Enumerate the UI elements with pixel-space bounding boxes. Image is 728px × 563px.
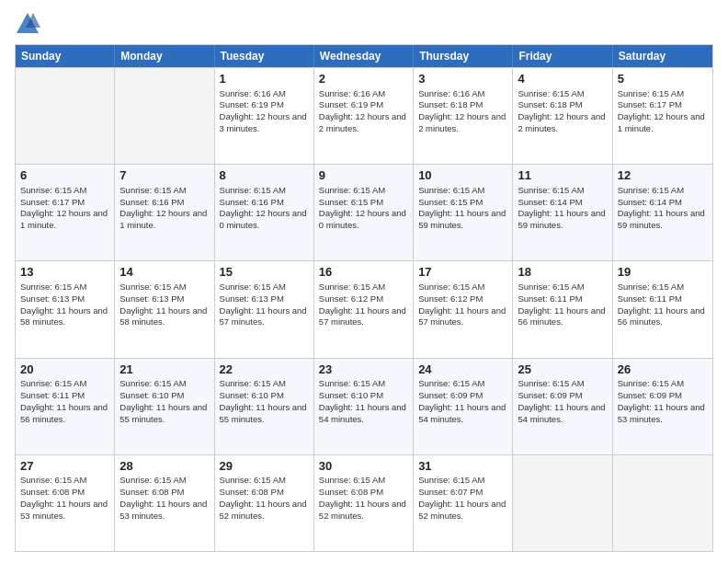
day-number: 29 (220, 458, 309, 475)
day-info: Sunrise: 6:15 AM Sunset: 6:16 PM Dayligh… (220, 185, 307, 230)
calendar-body: 1Sunrise: 6:16 AM Sunset: 6:19 PM Daylig… (16, 67, 712, 551)
day-info: Sunrise: 6:15 AM Sunset: 6:10 PM Dayligh… (220, 378, 307, 423)
day-of-week-friday: Friday (513, 45, 612, 67)
week-row-2: 6Sunrise: 6:15 AM Sunset: 6:17 PM Daylig… (16, 164, 712, 260)
day-number: 18 (518, 264, 607, 281)
day-cell-1: 1Sunrise: 6:16 AM Sunset: 6:19 PM Daylig… (215, 68, 314, 164)
empty-cell (513, 455, 612, 551)
day-number: 13 (20, 264, 109, 281)
empty-cell (16, 68, 115, 164)
day-number: 24 (418, 362, 507, 378)
logo (15, 11, 44, 37)
day-number: 3 (418, 71, 507, 87)
day-of-week-monday: Monday (115, 45, 214, 67)
day-info: Sunrise: 6:15 AM Sunset: 6:15 PM Dayligh… (319, 185, 406, 230)
day-info: Sunrise: 6:15 AM Sunset: 6:15 PM Dayligh… (418, 185, 506, 230)
day-of-week-sunday: Sunday (16, 45, 115, 67)
day-number: 9 (319, 167, 408, 184)
day-cell-3: 3Sunrise: 6:16 AM Sunset: 6:18 PM Daylig… (414, 68, 513, 164)
calendar-header: SundayMondayTuesdayWednesdayThursdayFrid… (16, 45, 712, 67)
day-number: 14 (119, 264, 209, 281)
day-info: Sunrise: 6:15 AM Sunset: 6:17 PM Dayligh… (20, 185, 108, 230)
calendar: SundayMondayTuesdayWednesdayThursdayFrid… (15, 44, 713, 552)
day-info: Sunrise: 6:15 AM Sunset: 6:08 PM Dayligh… (20, 475, 108, 520)
day-cell-9: 9Sunrise: 6:15 AM Sunset: 6:15 PM Daylig… (314, 165, 414, 260)
day-cell-18: 18Sunrise: 6:15 AM Sunset: 6:11 PM Dayli… (513, 261, 612, 357)
day-number: 15 (220, 264, 309, 281)
day-number: 10 (418, 167, 507, 184)
day-cell-19: 19Sunrise: 6:15 AM Sunset: 6:11 PM Dayli… (613, 261, 712, 357)
day-cell-29: 29Sunrise: 6:15 AM Sunset: 6:08 PM Dayli… (215, 455, 314, 551)
day-cell-23: 23Sunrise: 6:15 AM Sunset: 6:10 PM Dayli… (314, 359, 414, 454)
page: SundayMondayTuesdayWednesdayThursdayFrid… (0, 0, 728, 563)
day-info: Sunrise: 6:15 AM Sunset: 6:10 PM Dayligh… (319, 378, 406, 423)
day-info: Sunrise: 6:15 AM Sunset: 6:17 PM Dayligh… (618, 88, 705, 133)
day-info: Sunrise: 6:15 AM Sunset: 6:12 PM Dayligh… (319, 282, 406, 327)
day-cell-8: 8Sunrise: 6:15 AM Sunset: 6:16 PM Daylig… (215, 165, 314, 260)
day-info: Sunrise: 6:15 AM Sunset: 6:13 PM Dayligh… (220, 282, 307, 327)
day-cell-5: 5Sunrise: 6:15 AM Sunset: 6:17 PM Daylig… (613, 68, 712, 164)
day-info: Sunrise: 6:15 AM Sunset: 6:07 PM Dayligh… (418, 475, 506, 520)
day-cell-26: 26Sunrise: 6:15 AM Sunset: 6:09 PM Dayli… (613, 359, 712, 454)
empty-cell (613, 455, 712, 551)
day-number: 12 (618, 167, 708, 184)
day-info: Sunrise: 6:15 AM Sunset: 6:08 PM Dayligh… (119, 475, 207, 520)
day-cell-4: 4Sunrise: 6:15 AM Sunset: 6:18 PM Daylig… (513, 68, 612, 164)
day-info: Sunrise: 6:15 AM Sunset: 6:08 PM Dayligh… (220, 475, 307, 520)
day-cell-6: 6Sunrise: 6:15 AM Sunset: 6:17 PM Daylig… (16, 165, 115, 260)
day-number: 20 (20, 362, 109, 378)
day-info: Sunrise: 6:15 AM Sunset: 6:16 PM Dayligh… (119, 185, 207, 230)
day-cell-24: 24Sunrise: 6:15 AM Sunset: 6:09 PM Dayli… (414, 359, 513, 454)
day-number: 25 (518, 362, 607, 378)
header (15, 11, 713, 37)
day-info: Sunrise: 6:15 AM Sunset: 6:11 PM Dayligh… (618, 282, 705, 327)
day-cell-12: 12Sunrise: 6:15 AM Sunset: 6:14 PM Dayli… (613, 165, 712, 260)
day-number: 16 (319, 264, 408, 281)
day-info: Sunrise: 6:16 AM Sunset: 6:19 PM Dayligh… (319, 88, 406, 133)
day-cell-20: 20Sunrise: 6:15 AM Sunset: 6:11 PM Dayli… (16, 359, 115, 454)
day-cell-16: 16Sunrise: 6:15 AM Sunset: 6:12 PM Dayli… (314, 261, 414, 357)
week-row-3: 13Sunrise: 6:15 AM Sunset: 6:13 PM Dayli… (16, 260, 712, 357)
day-of-week-saturday: Saturday (613, 45, 712, 67)
day-number: 31 (418, 458, 507, 475)
day-number: 28 (119, 458, 209, 475)
day-info: Sunrise: 6:15 AM Sunset: 6:09 PM Dayligh… (618, 378, 705, 423)
day-info: Sunrise: 6:16 AM Sunset: 6:18 PM Dayligh… (418, 88, 506, 133)
day-info: Sunrise: 6:15 AM Sunset: 6:11 PM Dayligh… (518, 282, 605, 327)
day-of-week-tuesday: Tuesday (215, 45, 314, 67)
day-cell-13: 13Sunrise: 6:15 AM Sunset: 6:13 PM Dayli… (16, 261, 115, 357)
day-number: 6 (20, 167, 109, 184)
day-cell-7: 7Sunrise: 6:15 AM Sunset: 6:16 PM Daylig… (115, 165, 214, 260)
day-info: Sunrise: 6:15 AM Sunset: 6:10 PM Dayligh… (119, 378, 207, 423)
day-number: 5 (618, 71, 708, 87)
day-cell-31: 31Sunrise: 6:15 AM Sunset: 6:07 PM Dayli… (414, 455, 513, 551)
day-number: 26 (618, 362, 708, 378)
day-info: Sunrise: 6:15 AM Sunset: 6:08 PM Dayligh… (319, 475, 406, 520)
day-number: 1 (220, 71, 309, 87)
day-of-week-wednesday: Wednesday (314, 45, 414, 67)
day-info: Sunrise: 6:15 AM Sunset: 6:12 PM Dayligh… (418, 282, 506, 327)
day-info: Sunrise: 6:15 AM Sunset: 6:18 PM Dayligh… (518, 88, 605, 133)
day-number: 7 (119, 167, 209, 184)
day-cell-22: 22Sunrise: 6:15 AM Sunset: 6:10 PM Dayli… (215, 359, 314, 454)
day-cell-17: 17Sunrise: 6:15 AM Sunset: 6:12 PM Dayli… (414, 261, 513, 357)
day-cell-15: 15Sunrise: 6:15 AM Sunset: 6:13 PM Dayli… (215, 261, 314, 357)
day-number: 23 (319, 362, 408, 378)
day-number: 2 (319, 71, 408, 87)
day-info: Sunrise: 6:15 AM Sunset: 6:14 PM Dayligh… (518, 185, 605, 230)
day-cell-10: 10Sunrise: 6:15 AM Sunset: 6:15 PM Dayli… (414, 165, 513, 260)
day-number: 27 (20, 458, 109, 475)
day-info: Sunrise: 6:15 AM Sunset: 6:09 PM Dayligh… (518, 378, 605, 423)
empty-cell (115, 68, 214, 164)
day-cell-21: 21Sunrise: 6:15 AM Sunset: 6:10 PM Dayli… (115, 359, 214, 454)
week-row-1: 1Sunrise: 6:16 AM Sunset: 6:19 PM Daylig… (16, 67, 712, 164)
day-info: Sunrise: 6:15 AM Sunset: 6:14 PM Dayligh… (618, 185, 705, 230)
week-row-5: 27Sunrise: 6:15 AM Sunset: 6:08 PM Dayli… (16, 454, 712, 551)
day-number: 19 (618, 264, 708, 281)
day-cell-14: 14Sunrise: 6:15 AM Sunset: 6:13 PM Dayli… (115, 261, 214, 357)
day-number: 22 (220, 362, 309, 378)
day-number: 11 (518, 167, 607, 184)
day-info: Sunrise: 6:15 AM Sunset: 6:11 PM Dayligh… (20, 378, 108, 423)
day-number: 30 (319, 458, 408, 475)
day-number: 8 (220, 167, 309, 184)
